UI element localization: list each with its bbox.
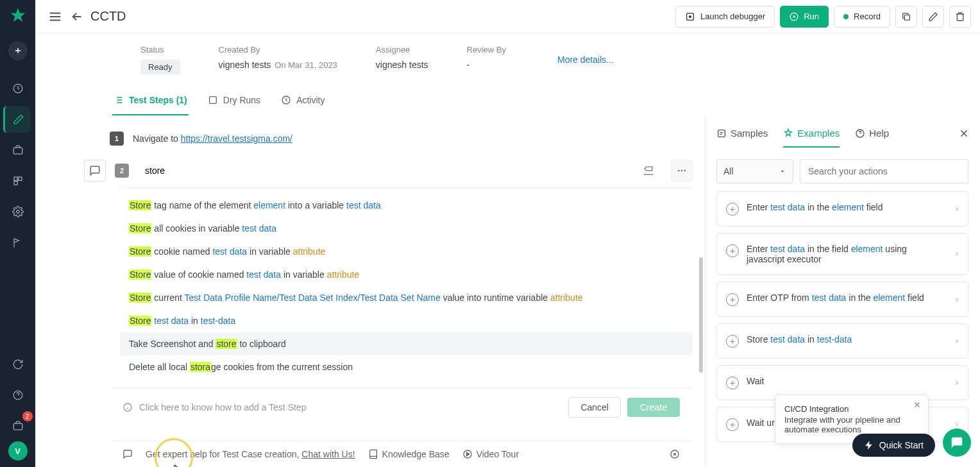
copy-button[interactable]: [895, 6, 917, 28]
add-example-icon[interactable]: +: [726, 377, 739, 389]
record-dot-icon: [843, 14, 849, 19]
hamburger-menu-icon[interactable]: [44, 6, 66, 28]
back-arrow-icon[interactable]: [66, 6, 88, 28]
popup-title: CI/CD Integration: [784, 404, 906, 414]
nav-refresh-icon[interactable]: [4, 351, 31, 378]
popup-close-icon[interactable]: [913, 400, 922, 409]
suggestion-item[interactable]: Store value of cookie named test data in…: [120, 263, 693, 286]
step-input[interactable]: [145, 166, 624, 176]
nav-notifications-icon[interactable]: 2: [4, 412, 31, 439]
page-title: CCTD: [90, 9, 126, 24]
nav-layers-icon[interactable]: [4, 167, 31, 194]
knowledge-base-link[interactable]: Knowledge Base: [368, 449, 450, 459]
tab-samples[interactable]: Samples: [716, 128, 768, 148]
suggestion-item[interactable]: Take Screenshot and store to clipboard: [120, 332, 693, 355]
right-panel: Samples Examples Help All: [704, 116, 980, 467]
suggestion-item[interactable]: Store all cookies in variable test data: [120, 217, 693, 240]
tab-dry-runs[interactable]: Dry Runs: [207, 89, 262, 115]
example-item[interactable]: + Enter OTP from test data in the elemen…: [716, 282, 968, 317]
cancel-button[interactable]: Cancel: [568, 397, 621, 418]
example-item[interactable]: + Store test data in test-data: [716, 323, 968, 359]
close-footer-icon[interactable]: [670, 449, 680, 459]
run-button[interactable]: Run: [780, 6, 829, 28]
svg-rect-4: [14, 182, 17, 185]
svg-rect-12: [209, 97, 216, 104]
notification-badge: 2: [22, 411, 33, 421]
content-tabs: Test Steps (1) Dry Runs Activity: [35, 74, 980, 116]
status-label: Status: [140, 45, 180, 55]
scrollbar-thumb[interactable]: [699, 257, 703, 373]
launch-debugger-button[interactable]: Launch debugger: [675, 6, 775, 28]
step-url-link[interactable]: https://travel.testsigma.com/: [181, 133, 292, 144]
info-icon: [122, 402, 133, 412]
clear-input-icon[interactable]: [640, 162, 657, 179]
tab-activity[interactable]: Activity: [280, 89, 326, 115]
example-text: Wait: [747, 376, 764, 386]
hint-text[interactable]: Click here to know how to add a Test Ste…: [139, 402, 562, 412]
close-panel-icon[interactable]: [958, 128, 970, 139]
example-item[interactable]: + Enter test data in the field element u…: [716, 233, 968, 275]
suggestion-item[interactable]: Delete all local storage cookies from th…: [120, 355, 693, 378]
chevron-right-icon: [954, 378, 960, 387]
create-button[interactable]: Create: [627, 398, 680, 417]
tab-help[interactable]: Help: [855, 128, 889, 148]
nav-briefcase-icon[interactable]: [4, 137, 31, 164]
suggestion-item[interactable]: Store current Test Data Profile Name/Tes…: [120, 286, 693, 309]
chevron-right-icon: [954, 420, 960, 429]
vertical-scrollbar[interactable]: [698, 116, 703, 467]
svg-point-5: [16, 210, 19, 214]
nav-flag-icon[interactable]: [4, 229, 31, 256]
tab-examples[interactable]: Examples: [783, 128, 840, 148]
add-example-icon[interactable]: +: [726, 293, 739, 306]
review-by-value: -: [467, 60, 506, 70]
quick-start-button[interactable]: Quick Start: [852, 434, 935, 457]
nav-settings-icon[interactable]: [4, 198, 31, 225]
record-button[interactable]: Record: [834, 6, 890, 28]
add-button[interactable]: [8, 41, 28, 60]
svg-rect-20: [718, 130, 725, 137]
filter-select[interactable]: All: [716, 159, 793, 183]
main-area: CCTD Launch debugger Run Record Status R…: [35, 0, 980, 467]
add-example-icon[interactable]: +: [726, 418, 739, 431]
test-meta: Status Ready Created By vignesh testsOn …: [35, 33, 980, 74]
svg-point-9: [689, 15, 691, 17]
search-actions-input[interactable]: [800, 159, 968, 183]
chat-link[interactable]: Chat with Us!: [301, 449, 355, 459]
nav-edit-icon[interactable]: [3, 106, 30, 133]
footer-expert-text: Get expert help for Test Case creation, …: [146, 449, 355, 459]
left-nav-rail: 2 V: [0, 0, 35, 467]
step-number: 2: [115, 164, 129, 178]
lightning-icon: [864, 440, 874, 450]
edit-button[interactable]: [922, 6, 944, 28]
svg-rect-1: [13, 148, 22, 154]
chevron-down-icon: [779, 167, 786, 175]
suggestion-item[interactable]: Store tag name of the element element in…: [120, 194, 693, 217]
chat-bubble-button[interactable]: [943, 429, 971, 457]
delete-button[interactable]: [949, 6, 971, 28]
example-item[interactable]: + Enter test data in the element field: [716, 191, 968, 226]
user-avatar[interactable]: V: [8, 441, 28, 461]
assignee-label: Assignee: [376, 45, 428, 55]
chevron-right-icon: [954, 295, 960, 304]
step-type-toggle[interactable]: [84, 160, 106, 182]
add-example-icon[interactable]: +: [726, 203, 739, 216]
step-text: Navigate to https://travel.testsigma.com…: [133, 133, 292, 144]
more-details-link[interactable]: More details...: [557, 55, 614, 65]
step-1[interactable]: 1 Navigate to https://travel.testsigma.c…: [110, 128, 693, 149]
add-example-icon[interactable]: +: [726, 335, 739, 348]
step-2-edit: 2: [84, 160, 693, 182]
video-tour-link[interactable]: Video Tour: [462, 449, 519, 459]
suggestion-item[interactable]: Store test data in test-data: [120, 309, 693, 332]
svg-point-15: [681, 170, 682, 171]
chat-help-icon[interactable]: [122, 449, 133, 459]
nav-help-icon[interactable]: [4, 382, 31, 409]
example-text: Store test data in test-data: [747, 334, 852, 344]
add-example-icon[interactable]: +: [726, 244, 739, 257]
suggestion-item[interactable]: Store cookie named test data in variable…: [120, 240, 693, 263]
step-more-menu[interactable]: [671, 160, 693, 182]
nav-dashboard-icon[interactable]: [4, 75, 31, 102]
chevron-right-icon: [954, 250, 960, 259]
steps-area: 1 Navigate to https://travel.testsigma.c…: [35, 116, 704, 467]
svg-rect-11: [904, 15, 909, 20]
tab-test-steps[interactable]: Test Steps (1): [112, 89, 189, 115]
